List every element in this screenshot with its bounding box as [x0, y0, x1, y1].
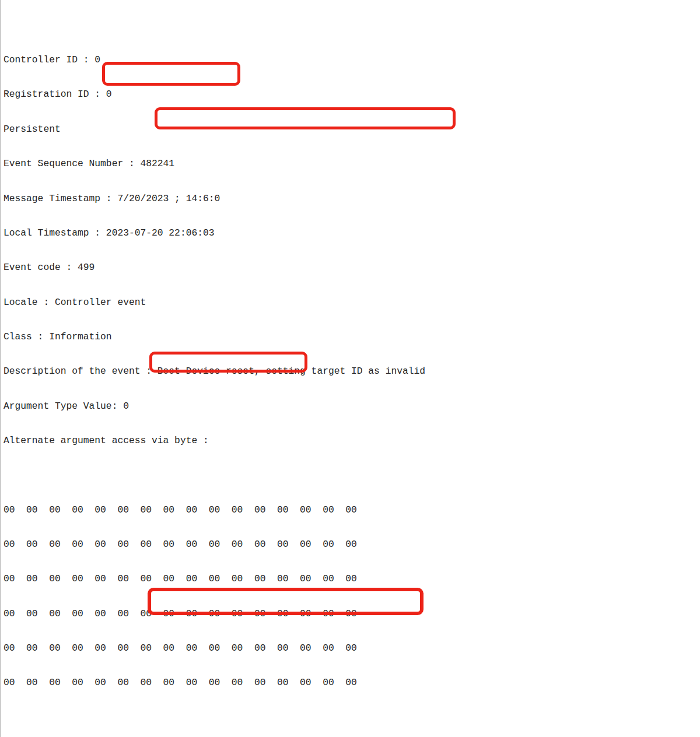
- log-line-argument-type: Argument Type Value: 0: [4, 401, 700, 412]
- hex-row: 00 00 00 00 00 00 00 00 00 00 00 00 00 0…: [4, 573, 700, 585]
- log-text-area[interactable]: Controller ID : 0 Registration ID : 0 Pe…: [0, 0, 700, 737]
- log-line-persistent: Persistent: [4, 124, 700, 135]
- window-edge-strip: [0, 0, 1, 737]
- log-line-alternate-argument: Alternate argument access via byte :: [4, 435, 700, 447]
- log-line-message-timestamp: Message Timestamp : 7/20/2023 ; 14:6:0: [4, 193, 700, 205]
- hex-row: 00 00 00 00 00 00 00 00 00 00 00 00 00 0…: [4, 643, 700, 654]
- hex-row: 00 00 00 00 00 00 00 00 00 00 00 00 00 0…: [4, 608, 700, 620]
- log-line-description: Description of the event : Boot Device r…: [4, 366, 700, 377]
- log-line-registration-id: Registration ID : 0: [4, 89, 700, 100]
- description-value: Boot Device reset, setting target ID as …: [158, 366, 425, 377]
- log-line-local-timestamp: Local Timestamp : 2023-07-20 22:06:03: [4, 227, 700, 239]
- log-line-locale: Locale : Controller event: [4, 297, 700, 308]
- hex-row: 00 00 00 00 00 00 00 00 00 00 00 00 00 0…: [4, 677, 700, 689]
- log-line-class: Class : Information: [4, 331, 700, 343]
- hex-row: 00 00 00 00 00 00 00 00 00 00 00 00 00 0…: [4, 539, 700, 550]
- log-line-controller-id: Controller ID : 0: [4, 54, 700, 66]
- hex-row: 00 00 00 00 00 00 00 00 00 00 00 00 00 0…: [4, 504, 700, 516]
- description-label: Description of the event :: [4, 366, 158, 377]
- log-line-event-sequence: Event Sequence Number : 482241: [4, 158, 700, 170]
- log-line-event-code: Event code : 499: [4, 262, 700, 273]
